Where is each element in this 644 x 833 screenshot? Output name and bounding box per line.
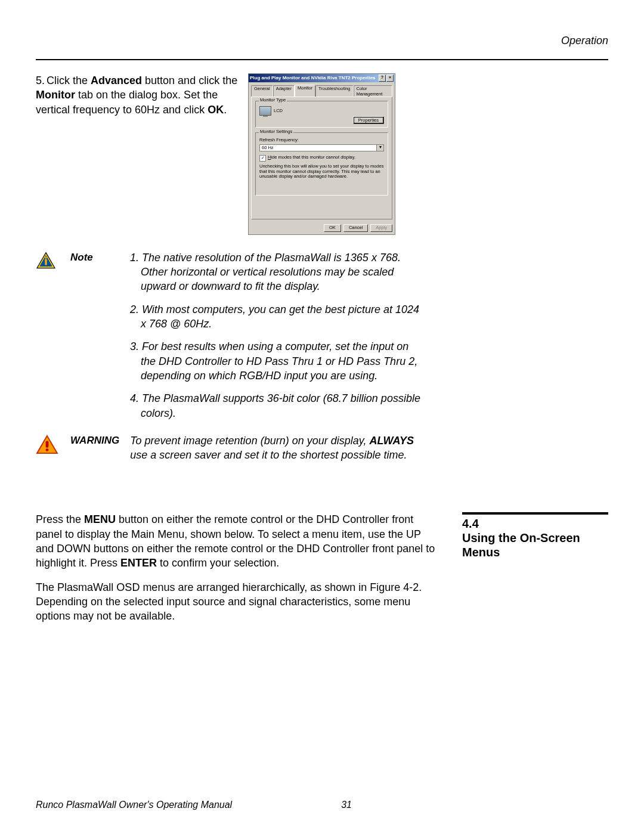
warning-icon (36, 433, 60, 471)
dialog-title: Plug and Play Monitor and NVidia Riva TN… (250, 75, 378, 80)
close-button[interactable]: × (386, 75, 394, 82)
tab-monitor[interactable]: Monitor (295, 85, 315, 97)
refresh-select[interactable]: 60 Hz ▾ (259, 144, 384, 152)
body-p2: The PlasmaWall OSD menus are arranged hi… (36, 580, 438, 624)
properties-button[interactable]: Properties (353, 116, 384, 124)
warning-label: WARNING (70, 433, 119, 471)
body-p1: Press the MENU button on either the remo… (36, 512, 438, 570)
tab-troubleshooting[interactable]: Troubleshooting (315, 85, 354, 97)
monitor-icon (259, 106, 271, 116)
monitor-type-value: LCD (274, 109, 283, 114)
hide-modes-checkbox[interactable]: ✓ (259, 155, 266, 162)
note-item: 4. The PlasmaWall supports 36-bit color … (130, 391, 425, 420)
section-rule (462, 512, 608, 515)
footer-page-number: 31 (341, 800, 352, 810)
tab-general[interactable]: General (251, 85, 273, 97)
monitor-settings-group: Monitor Settings RRefresh Frequency:efre… (255, 132, 388, 196)
footer-title: Runco PlasmaWall Owner's Operating Manua… (36, 800, 341, 810)
warning-body: To prevent image retention (burn) on you… (130, 433, 425, 471)
header-divider (36, 59, 608, 60)
note-body: 1. The native resolution of the PlasmaWa… (130, 250, 425, 429)
tab-colormgmt[interactable]: Color Management (354, 85, 393, 97)
apply-button[interactable]: Apply (370, 224, 392, 232)
note-item: 3. For best results when using a compute… (130, 339, 425, 383)
section-title: Using the On-Screen Menus (462, 531, 608, 559)
svg-rect-2 (45, 259, 47, 265)
help-button[interactable]: ? (379, 75, 386, 82)
body-paragraphs: Press the MENU button on either the remo… (36, 512, 438, 633)
refresh-value: 60 Hz (260, 145, 376, 151)
note-item: 2. With most computers, you can get the … (130, 302, 425, 332)
note-item: 1. The native resolution of the PlasmaWa… (130, 250, 425, 294)
tab-body: Monitor Type LCD Properties Monitor Sett… (251, 97, 392, 219)
note-label: Note (70, 250, 119, 429)
tab-strip: General Adapter Monitor Troubleshooting … (249, 82, 395, 97)
group-title-monitor-settings: Monitor Settings (259, 129, 293, 135)
chevron-down-icon[interactable]: ▾ (376, 145, 383, 151)
step-text: 5.Click the Advanced button and click th… (36, 73, 239, 235)
hide-modes-desc: Unchecking this box will allow you to se… (259, 164, 384, 179)
tab-adapter[interactable]: Adapter (273, 85, 295, 97)
hide-modes-label: Hide modes that this monitor cannot disp… (268, 155, 355, 160)
monitor-type-group: Monitor Type LCD Properties (255, 101, 388, 128)
svg-point-3 (45, 256, 47, 258)
refresh-label: RRefresh Frequency:efresh Frequency: (259, 138, 384, 143)
svg-rect-5 (46, 441, 49, 447)
ok-button[interactable]: OK (324, 224, 341, 232)
properties-dialog: Plug and Play Monitor and NVidia Riva TN… (248, 73, 395, 235)
svg-point-6 (46, 448, 49, 451)
running-header: Operation (36, 35, 608, 47)
note-icon (36, 250, 60, 429)
cancel-button[interactable]: Cancel (343, 224, 368, 232)
section-number: 4.4 (462, 517, 608, 531)
group-title-monitor-type: Monitor Type (259, 98, 287, 103)
dialog-titlebar: Plug and Play Monitor and NVidia Riva TN… (249, 74, 395, 82)
